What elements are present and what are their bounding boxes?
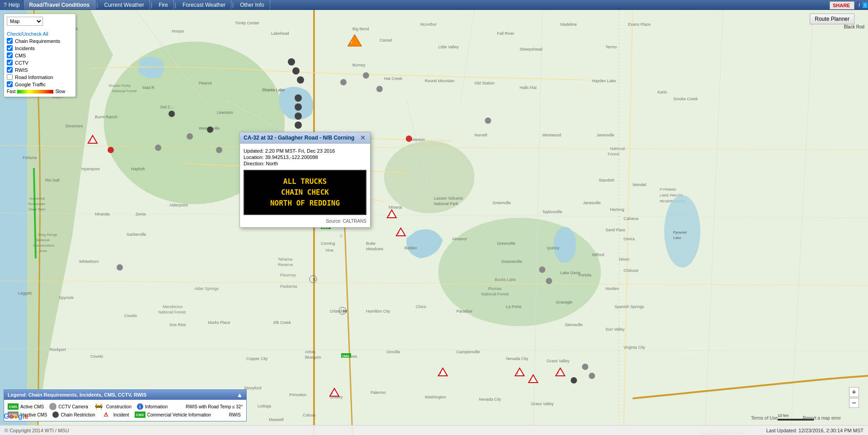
map-type-select[interactable]: Map Satellite Hybrid Terrain: [7, 17, 43, 26]
svg-text:Hoopa: Hoopa: [172, 29, 184, 33]
svg-text:Pyramid: Pyramid: [673, 230, 686, 234]
layer-cctv-label: CCTV: [15, 60, 28, 65]
svg-text:Burney: Burney: [352, 63, 366, 67]
cms-display: ALL TRUCKS CHAIN CHECK NORTH OF REDDING: [244, 170, 366, 215]
svg-text:National Park: National Park: [434, 201, 459, 206]
svg-text:Grass Valley: Grass Valley: [531, 402, 554, 406]
layer-rwis[interactable]: RWIS: [7, 67, 73, 73]
svg-text:Marks Place: Marks Place: [208, 320, 230, 325]
svg-text:Milford: Milford: [592, 253, 604, 257]
terms-link[interactable]: Terms of Use: [751, 416, 778, 421]
legend-rwis: 🌡 RWIS: [216, 412, 241, 418]
svg-point-205: [292, 67, 300, 75]
zoom-out-button[interactable]: −: [849, 398, 859, 408]
help-button[interactable]: Help: [0, 0, 23, 9]
check-uncheck-all-link[interactable]: Check/Uncheck All: [7, 31, 48, 37]
cctv-icon: [49, 403, 56, 410]
svg-text:Lake Davis: Lake Davis: [560, 271, 581, 275]
svg-text:Alder Springs: Alder Springs: [194, 286, 219, 291]
nav-sep-2: |: [150, 2, 153, 8]
left-control-panel: Map Satellite Hybrid Terrain Check/Unche…: [4, 14, 76, 97]
construction-icon: 🚧: [94, 403, 104, 410]
svg-text:Old Station: Old Station: [474, 81, 495, 85]
popup-location: Location: 39.942513,-122.200098: [244, 154, 366, 160]
layer-chain-req-checkbox[interactable]: [7, 38, 13, 44]
svg-text:!: !: [351, 40, 352, 44]
layer-incidents[interactable]: Incidents: [7, 45, 73, 51]
layer-incidents-checkbox[interactable]: [7, 45, 13, 51]
layer-chain-req[interactable]: Chain Requirements: [7, 38, 73, 44]
svg-text:Evans Place: Evans Place: [628, 22, 651, 27]
nav-other-info[interactable]: Other Info: [235, 0, 270, 9]
cms-line2: CHAIN CHECK: [252, 187, 358, 198]
last-updated-text: Last Updated: 12/23/2016, 2:30:14 PM MST: [766, 428, 863, 433]
layer-cms[interactable]: CMS: [7, 52, 73, 58]
popup-close-button[interactable]: ✕: [359, 134, 366, 141]
layer-google-traffic-checkbox[interactable]: [7, 81, 13, 87]
svg-point-215: [571, 377, 577, 384]
legend-cctv: CCTV Camera: [49, 403, 88, 410]
info-icon: i: [137, 403, 143, 410]
svg-text:Del C...: Del C...: [160, 105, 174, 109]
rwis-cold-icon: ❄: [173, 403, 184, 410]
svg-text:Little Valley: Little Valley: [438, 45, 459, 49]
layer-cctv-checkbox[interactable]: [7, 60, 13, 65]
legend-info: i Information: [137, 403, 168, 410]
svg-text:Bluegum: Bluegum: [305, 355, 321, 360]
svg-text:Graeagle: Graeagle: [556, 300, 572, 304]
route-planner-button[interactable]: Route Planner: [810, 14, 854, 24]
share-button[interactable]: SHARE: [830, 1, 855, 9]
svg-text:Lake: Lake: [673, 236, 681, 240]
legend-info-label: Information: [145, 404, 168, 409]
svg-text:Standish: Standish: [599, 178, 615, 182]
svg-text:National Forest: National Forest: [481, 292, 509, 296]
nav-current-weather[interactable]: Current Weather: [99, 0, 150, 9]
zoom-in-button[interactable]: +: [849, 387, 859, 397]
nav-fire[interactable]: Fire: [153, 0, 174, 9]
svg-text:Termo: Termo: [605, 45, 617, 49]
legend-row1: CMS Active CMS CCTV Camera 🚧 Constructio…: [8, 403, 243, 410]
top-nav-bar: Help Road/Travel Conditions | Current We…: [0, 0, 868, 10]
svg-text:Virginia City: Virginia City: [624, 345, 645, 350]
svg-text:Mad R.: Mad R.: [142, 85, 155, 90]
traffic-fast-label: Fast: [7, 89, 15, 94]
svg-point-206: [297, 76, 304, 84]
layer-rwis-checkbox[interactable]: [7, 67, 13, 73]
svg-text:Leggett: Leggett: [18, 291, 32, 295]
svg-point-207: [295, 94, 302, 102]
layer-road-info[interactable]: Road Information: [7, 74, 73, 80]
report-map-error-link[interactable]: Report a map error: [803, 416, 841, 421]
svg-point-213: [108, 147, 114, 153]
facebook-icon[interactable]: f: [857, 2, 862, 8]
svg-point-227: [539, 267, 545, 273]
svg-text:Peanut: Peanut: [199, 81, 212, 85]
svg-text:!: !: [558, 371, 559, 375]
svg-text:Greenville: Greenville: [493, 201, 511, 205]
nav-sep-3: |: [174, 2, 177, 8]
svg-text:National: National: [36, 238, 50, 242]
layer-cms-checkbox[interactable]: [7, 52, 13, 58]
svg-text:Karlo: Karlo: [657, 90, 667, 94]
svg-point-214: [406, 136, 412, 142]
legend-active-cms-label: Active CMS: [20, 404, 44, 409]
nav-road-travel[interactable]: Road/Travel Conditions: [23, 0, 95, 9]
twitter-icon[interactable]: t: [863, 2, 868, 8]
svg-text:Almanor: Almanor: [452, 237, 467, 241]
layer-cctv[interactable]: CCTV: [7, 60, 73, 65]
svg-text:McArthur: McArthur: [420, 22, 437, 27]
legend-comm-vehicle: CMS Commercial Vehicle Information: [135, 412, 211, 418]
svg-text:Janesville: Janesville: [596, 133, 615, 137]
svg-text:Meadows: Meadows: [366, 247, 384, 251]
svg-text:Lodoga: Lodoga: [258, 404, 271, 408]
nav-forecast-weather[interactable]: Forecast Weather: [177, 0, 231, 9]
rwis-icon: 🌡: [216, 412, 227, 418]
legend-collapse-button[interactable]: ▲: [237, 391, 243, 398]
layer-road-info-checkbox[interactable]: [7, 74, 13, 80]
svg-point-212: [207, 126, 213, 133]
svg-text:Dinsmore: Dinsmore: [66, 124, 83, 128]
nav-sep-1: |: [95, 2, 99, 8]
layer-google-traffic[interactable]: Google Traffic: [7, 81, 73, 87]
legend-incident-label: Incident: [113, 412, 129, 417]
map-container[interactable]: Redding Shasta Lake Hoopa Willow Creek T…: [0, 10, 868, 435]
active-cms-icon: CMS: [8, 403, 19, 410]
